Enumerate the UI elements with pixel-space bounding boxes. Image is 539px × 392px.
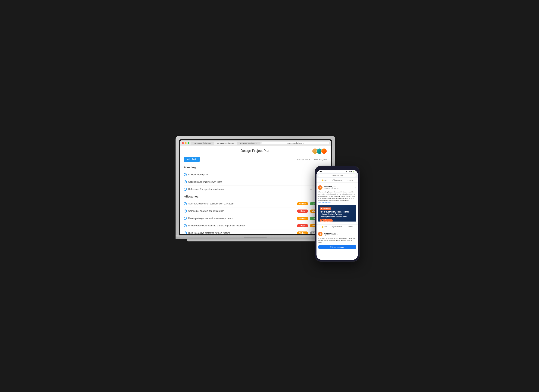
more-options-icon-2[interactable]: ··· [354, 233, 356, 235]
table-row: ✓ Summarize research sessions with UXR t… [184, 200, 327, 208]
share-icon-2: ↗ [347, 226, 349, 228]
check-icon: ✓ [184, 217, 187, 220]
browser-tab-2[interactable]: www.yourwebsite.com [214, 142, 237, 145]
ad-image: ✦ Syntactics Hire a trustworthy business… [318, 205, 356, 222]
company-avatar-1: S [318, 185, 322, 190]
milestones-section-title: Milestones: [184, 193, 327, 199]
priority-badge: Medium [297, 231, 308, 234]
facebook-post-1: S Syntactics, Inc. August 5 at 12:00 PM … [317, 184, 358, 225]
comment-label: Comment [335, 179, 342, 181]
phone: 15:14 ▲▲▲ 5G 🔋 m.facebook.com 👍 Like 💬 C… [315, 165, 360, 262]
phone-status-bar: 15:14 ▲▲▲ 5G 🔋 [317, 170, 358, 173]
comment-icon: 💬 [332, 179, 335, 181]
task-name: Competitor analysis and exploration [188, 210, 295, 212]
like-button-2[interactable]: 👍 Like [318, 225, 330, 228]
priority-badge: Medium [297, 217, 308, 220]
fullscreen-button[interactable] [188, 142, 189, 144]
table-row: ✓ Competitor analysis and exploration Hi… [184, 208, 327, 215]
post2-meta: Syntactics, Inc. August 1 at 12:55 PM · … [324, 232, 338, 236]
task-name: Bring design explorations to crit and im… [188, 224, 295, 227]
traffic-lights [182, 142, 189, 144]
task-name: Summarize research sessions with UXR tea… [188, 202, 295, 205]
check-icon: ✓ [184, 188, 187, 191]
task-name: Designs in progress [188, 173, 307, 176]
company-name-1: Syntactics, Inc. [324, 186, 338, 188]
app-header: Design Project Plan [180, 146, 331, 155]
send-message-button[interactable]: ✉ Send message [318, 245, 356, 249]
browser-tabs: www.yourwebsite.com www.yourwebsite.com … [191, 142, 260, 145]
laptop-screen-bezel: www.yourwebsite.com www.yourwebsite.com … [179, 139, 332, 236]
post1-header: S Syntactics, Inc. August 5 at 12:00 PM … [318, 185, 356, 190]
task-dash: — [308, 181, 314, 183]
phone-notch [330, 167, 345, 169]
like-icon: 👍 [321, 179, 324, 181]
laptop-foot [187, 239, 324, 241]
avatar-3 [321, 148, 327, 154]
ad-cta-button[interactable]: 📞 Call us now!(086) 856 2047 [320, 219, 333, 222]
page-title: Design Project Plan [184, 149, 327, 153]
ad-logo: ✦ Syntactics [320, 208, 331, 210]
priority-badge: High [297, 209, 308, 213]
post2-text: In all fields, including business, it's … [318, 237, 356, 244]
phone-browser-header: m.facebook.com [317, 173, 358, 178]
more-options-icon[interactable]: ··· [354, 186, 356, 189]
check-icon: ✓ [184, 224, 187, 227]
post1-link[interactable]: https://bit.ly/3slub2P [318, 202, 332, 203]
laptop-base [176, 236, 335, 239]
post1-date: August 5 at 12:00 PM · ⊕ [324, 188, 338, 189]
browser-tab-3[interactable]: www.yourwebsite.com [237, 142, 260, 145]
share-icon: ↗ [347, 179, 349, 181]
like-label-2: Like [324, 226, 327, 227]
table-row: ✓ Reference: PM spec for new feature — — [184, 186, 327, 193]
like-icon-2: 👍 [321, 226, 324, 228]
like-button[interactable]: 👍 Like [318, 179, 330, 182]
share-button[interactable]: ↗ Share [344, 179, 356, 182]
progress-header: Task Progress [314, 158, 327, 161]
task-list: Planning: ✓ Designs in progress — — ✓ Se [180, 164, 331, 234]
check-icon: ✓ [184, 202, 187, 205]
laptop: www.yourwebsite.com www.yourwebsite.com … [176, 136, 335, 241]
check-icon: ✓ [184, 209, 187, 213]
post1-text: When creating Custom Software, it's alwa… [318, 191, 356, 203]
table-row: ✓ Designs in progress — — [184, 171, 327, 178]
company-avatar-2: S [318, 232, 322, 236]
check-icon: ✓ [184, 231, 187, 234]
browser-chrome: www.yourwebsite.com www.yourwebsite.com … [180, 140, 331, 146]
minimize-button[interactable] [185, 142, 187, 144]
laptop-screen-outer: www.yourwebsite.com www.yourwebsite.com … [176, 136, 335, 236]
share-label-2: Share [349, 226, 353, 227]
toolbar: Add Task Priority Status Task Progress [180, 155, 331, 164]
ad-tagline: Hire a trustworthy business that deliver… [320, 211, 354, 218]
priority-badge: High [297, 224, 308, 227]
user-avatars [313, 148, 327, 154]
planning-section-title: Planning: [184, 164, 327, 170]
comment-button[interactable]: 💬 Comment [331, 179, 343, 182]
phone-screen: 15:14 ▲▲▲ 5G 🔋 m.facebook.com 👍 Like 💬 C… [317, 170, 358, 260]
share-button-2[interactable]: ↗ Share [344, 225, 356, 228]
like-label: Like [324, 179, 327, 181]
send-message-icon: ✉ [330, 246, 332, 248]
share-label: Share [349, 179, 353, 181]
task-dash: — [308, 174, 314, 176]
task-name: Set goals and timelines with team [188, 181, 307, 183]
facebook-post-2: S Syntactics, Inc. August 1 at 12:55 PM … [317, 230, 358, 251]
post1-meta: Syntactics, Inc. August 5 at 12:00 PM · … [324, 186, 338, 189]
check-icon: ✓ [184, 173, 187, 176]
post2-date: August 1 at 12:55 PM · ⊕ [324, 234, 338, 236]
priority-badge: Medium [297, 202, 308, 205]
laptop-notch [244, 237, 267, 238]
table-row: ✓ Bring design explorations to crit and … [184, 222, 327, 229]
comment-button-2[interactable]: 💬 Comment [331, 225, 343, 228]
phone-url-bar[interactable]: m.facebook.com [318, 174, 356, 177]
post2-header: S Syntactics, Inc. August 1 at 12:55 PM … [318, 232, 356, 236]
priority-header: Priority Status [297, 158, 310, 161]
address-bar[interactable]: www.yourwebsite.com [261, 142, 329, 144]
table-row: ✓ Set goals and timelines with team — — [184, 178, 327, 186]
table-row: ✓ Build interactive prototype for new fe… [184, 229, 327, 234]
browser-tab-1[interactable]: www.yourwebsite.com [191, 142, 214, 145]
add-task-button[interactable]: Add Task [184, 157, 200, 162]
task-dash: — [308, 188, 314, 190]
close-button[interactable] [182, 142, 184, 144]
check-icon: ✓ [184, 180, 187, 184]
company-name-2: Syntactics, Inc. [324, 232, 338, 234]
